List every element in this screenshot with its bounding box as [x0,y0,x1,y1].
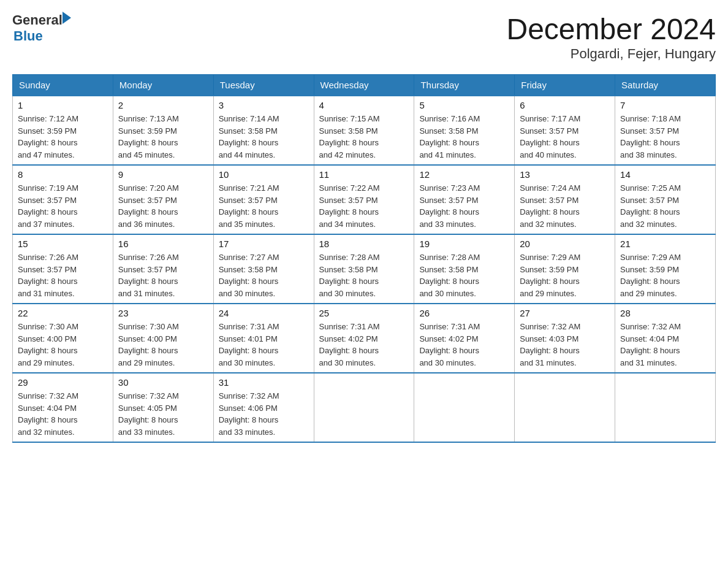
month-title: December 2024 [506,12,716,46]
day-info: Sunrise: 7:24 AM Sunset: 3:57 PM Dayligh… [520,182,610,230]
calendar-cell: 21 Sunrise: 7:29 AM Sunset: 3:59 PM Dayl… [615,234,716,304]
day-info: Sunrise: 7:14 AM Sunset: 3:58 PM Dayligh… [219,113,309,161]
calendar-cell: 12 Sunrise: 7:23 AM Sunset: 3:57 PM Dayl… [414,165,515,234]
day-number: 10 [219,169,309,180]
day-number: 2 [118,100,208,110]
header-sunday: Sunday [13,75,113,96]
calendar-cell: 7 Sunrise: 7:18 AM Sunset: 3:57 PM Dayli… [615,96,716,165]
day-number: 26 [419,308,509,318]
logo-blue-text: Blue [13,28,71,44]
calendar-cell: 31 Sunrise: 7:32 AM Sunset: 4:06 PM Dayl… [213,373,314,442]
day-number: 23 [118,308,208,318]
calendar-cell: 1 Sunrise: 7:12 AM Sunset: 3:59 PM Dayli… [13,96,113,165]
day-number: 14 [620,169,710,180]
calendar-cell: 19 Sunrise: 7:28 AM Sunset: 3:58 PM Dayl… [414,234,515,304]
day-info: Sunrise: 7:29 AM Sunset: 3:59 PM Dayligh… [520,251,610,299]
day-info: Sunrise: 7:26 AM Sunset: 3:57 PM Dayligh… [18,251,108,299]
calendar-cell: 25 Sunrise: 7:31 AM Sunset: 4:02 PM Dayl… [314,304,414,373]
day-number: 11 [319,169,409,180]
calendar-week-4: 22 Sunrise: 7:30 AM Sunset: 4:00 PM Dayl… [13,304,716,373]
header-saturday: Saturday [615,75,716,96]
day-info: Sunrise: 7:20 AM Sunset: 3:57 PM Dayligh… [118,182,208,230]
calendar-week-1: 1 Sunrise: 7:12 AM Sunset: 3:59 PM Dayli… [13,96,716,165]
day-info: Sunrise: 7:25 AM Sunset: 3:57 PM Dayligh… [620,182,710,230]
calendar-cell: 10 Sunrise: 7:21 AM Sunset: 3:57 PM Dayl… [213,165,314,234]
day-number: 13 [520,169,610,180]
day-info: Sunrise: 7:32 AM Sunset: 4:03 PM Dayligh… [520,321,610,369]
calendar-cell: 18 Sunrise: 7:28 AM Sunset: 3:58 PM Dayl… [314,234,414,304]
calendar-cell: 5 Sunrise: 7:16 AM Sunset: 3:58 PM Dayli… [414,96,515,165]
day-number: 28 [620,308,710,318]
day-info: Sunrise: 7:15 AM Sunset: 3:58 PM Dayligh… [319,113,409,161]
day-info: Sunrise: 7:12 AM Sunset: 3:59 PM Dayligh… [18,113,108,161]
day-number: 5 [419,100,509,110]
day-info: Sunrise: 7:18 AM Sunset: 3:57 PM Dayligh… [620,113,710,161]
day-number: 21 [620,239,710,249]
calendar-cell: 20 Sunrise: 7:29 AM Sunset: 3:59 PM Dayl… [515,234,615,304]
calendar-cell [615,373,716,442]
day-number: 17 [219,239,309,249]
calendar-cell: 17 Sunrise: 7:27 AM Sunset: 3:58 PM Dayl… [213,234,314,304]
calendar-cell: 2 Sunrise: 7:13 AM Sunset: 3:59 PM Dayli… [113,96,213,165]
day-number: 7 [620,100,710,110]
day-number: 15 [18,239,108,249]
day-number: 6 [520,100,610,110]
calendar-cell: 29 Sunrise: 7:32 AM Sunset: 4:04 PM Dayl… [13,373,113,442]
calendar-cell [515,373,615,442]
calendar-cell: 27 Sunrise: 7:32 AM Sunset: 4:03 PM Dayl… [515,304,615,373]
calendar-cell: 4 Sunrise: 7:15 AM Sunset: 3:58 PM Dayli… [314,96,414,165]
calendar-cell: 11 Sunrise: 7:22 AM Sunset: 3:57 PM Dayl… [314,165,414,234]
day-info: Sunrise: 7:22 AM Sunset: 3:57 PM Dayligh… [319,182,409,230]
day-number: 25 [319,308,409,318]
header-friday: Friday [515,75,615,96]
location-title: Polgardi, Fejer, Hungary [506,46,716,62]
logo-general-text: General [12,12,63,28]
day-info: Sunrise: 7:30 AM Sunset: 4:00 PM Dayligh… [18,321,108,369]
day-number: 3 [219,100,309,110]
day-info: Sunrise: 7:23 AM Sunset: 3:57 PM Dayligh… [419,182,509,230]
day-number: 31 [219,377,309,388]
day-info: Sunrise: 7:32 AM Sunset: 4:06 PM Dayligh… [219,390,309,438]
header-tuesday: Tuesday [213,75,314,96]
calendar-cell: 13 Sunrise: 7:24 AM Sunset: 3:57 PM Dayl… [515,165,615,234]
day-number: 9 [118,169,208,180]
day-info: Sunrise: 7:19 AM Sunset: 3:57 PM Dayligh… [18,182,108,230]
day-info: Sunrise: 7:31 AM Sunset: 4:02 PM Dayligh… [319,321,409,369]
calendar-week-3: 15 Sunrise: 7:26 AM Sunset: 3:57 PM Dayl… [13,234,716,304]
calendar-week-5: 29 Sunrise: 7:32 AM Sunset: 4:04 PM Dayl… [13,373,716,442]
day-number: 16 [118,239,208,249]
calendar-table: SundayMondayTuesdayWednesdayThursdayFrid… [12,74,716,443]
calendar-header-row: SundayMondayTuesdayWednesdayThursdayFrid… [13,75,716,96]
day-info: Sunrise: 7:32 AM Sunset: 4:05 PM Dayligh… [118,390,208,438]
calendar-cell: 23 Sunrise: 7:30 AM Sunset: 4:00 PM Dayl… [113,304,213,373]
day-info: Sunrise: 7:30 AM Sunset: 4:00 PM Dayligh… [118,321,208,369]
calendar-cell: 30 Sunrise: 7:32 AM Sunset: 4:05 PM Dayl… [113,373,213,442]
day-info: Sunrise: 7:26 AM Sunset: 3:57 PM Dayligh… [118,251,208,299]
day-number: 1 [18,100,108,110]
day-number: 4 [319,100,409,110]
day-info: Sunrise: 7:28 AM Sunset: 3:58 PM Dayligh… [319,251,409,299]
calendar-cell: 6 Sunrise: 7:17 AM Sunset: 3:57 PM Dayli… [515,96,615,165]
day-info: Sunrise: 7:28 AM Sunset: 3:58 PM Dayligh… [419,251,509,299]
day-number: 22 [18,308,108,318]
title-block: December 2024 Polgardi, Fejer, Hungary [506,12,716,62]
day-number: 24 [219,308,309,318]
calendar-cell: 14 Sunrise: 7:25 AM Sunset: 3:57 PM Dayl… [615,165,716,234]
calendar-cell [414,373,515,442]
calendar-cell: 22 Sunrise: 7:30 AM Sunset: 4:00 PM Dayl… [13,304,113,373]
day-info: Sunrise: 7:32 AM Sunset: 4:04 PM Dayligh… [620,321,710,369]
logo-arrow-icon [63,12,71,24]
page-header: General Blue December 2024 Polgardi, Fej… [12,12,716,62]
day-number: 12 [419,169,509,180]
day-info: Sunrise: 7:27 AM Sunset: 3:58 PM Dayligh… [219,251,309,299]
calendar-cell: 28 Sunrise: 7:32 AM Sunset: 4:04 PM Dayl… [615,304,716,373]
header-wednesday: Wednesday [314,75,414,96]
calendar-cell [314,373,414,442]
day-info: Sunrise: 7:13 AM Sunset: 3:59 PM Dayligh… [118,113,208,161]
day-info: Sunrise: 7:32 AM Sunset: 4:04 PM Dayligh… [18,390,108,438]
day-info: Sunrise: 7:21 AM Sunset: 3:57 PM Dayligh… [219,182,309,230]
header-monday: Monday [113,75,213,96]
day-info: Sunrise: 7:29 AM Sunset: 3:59 PM Dayligh… [620,251,710,299]
day-info: Sunrise: 7:17 AM Sunset: 3:57 PM Dayligh… [520,113,610,161]
day-number: 19 [419,239,509,249]
